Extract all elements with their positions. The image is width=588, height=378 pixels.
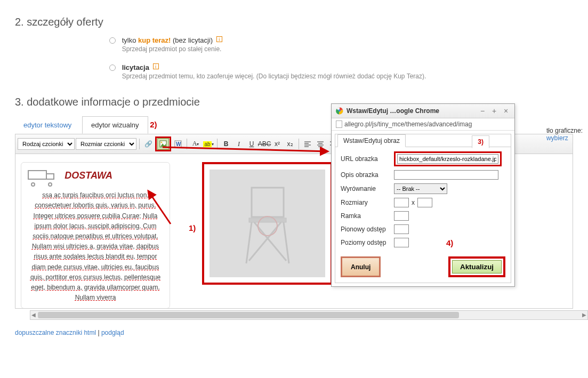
svg-line-29 — [148, 191, 171, 224]
marker-2: 2) — [150, 120, 157, 129]
hspace-input[interactable] — [394, 238, 409, 247]
allowed-tags-link[interactable]: dopuszczalne znaczniki html — [15, 329, 96, 336]
arrow-1 — [144, 187, 176, 229]
url-label: URL obrazka — [341, 155, 394, 163]
radio-auction[interactable] — [109, 65, 116, 71]
dialog-tab[interactable]: Wstaw/Edytuj obraz — [337, 134, 406, 147]
tab-text-editor[interactable]: edytor tekstowy — [15, 117, 80, 133]
link-icon[interactable]: 🔗 — [142, 138, 154, 150]
tab-visual-editor[interactable]: edytor wizualny — [82, 116, 148, 134]
svg-line-26 — [249, 222, 281, 261]
selected-image-box[interactable] — [202, 162, 333, 285]
delivery-title: DOSTAWA — [65, 168, 112, 183]
marker-1: 1) — [189, 223, 196, 232]
font-size-select[interactable]: Rozmiar czcionki — [76, 138, 136, 150]
image-desc-input[interactable] — [394, 170, 498, 180]
marker-4: 4) — [446, 238, 453, 247]
truck-icon — [28, 168, 60, 185]
option-buy-now[interactable]: tylko kup teraz! (bez licytacji) i Sprze… — [109, 36, 588, 53]
option-auction-sub: Sprzedaj przedmiot temu, kto zaoferuje w… — [122, 73, 426, 80]
address-text: allegro.pl/js/tiny_mce/themes/advanced/i… — [344, 120, 472, 128]
section-2-title: 2. szczegóły oferty — [15, 16, 588, 28]
image-url-input[interactable] — [397, 154, 498, 164]
close-icon[interactable]: × — [502, 107, 510, 115]
height-input[interactable] — [417, 198, 432, 207]
chair-image — [233, 178, 302, 269]
chrome-icon — [336, 107, 343, 115]
svg-line-23 — [246, 222, 252, 263]
horizontal-scrollbar[interactable]: ◀ ▶ — [30, 310, 588, 320]
scroll-left-icon[interactable]: ◀ — [31, 312, 36, 318]
svg-line-24 — [284, 222, 289, 263]
svg-line-25 — [254, 222, 286, 261]
option-auction[interactable]: licytacja i Sprzedaj przedmiot temu, kto… — [109, 63, 588, 80]
sidebar-bg: tło graficzne: wybierz — [546, 127, 583, 142]
svg-line-31 — [163, 147, 328, 151]
align-label: Wyrównanie — [341, 185, 394, 192]
update-button[interactable]: Aktualizuj — [452, 260, 502, 274]
minimize-icon[interactable]: − — [478, 107, 487, 115]
marker-3: 3) — [472, 135, 489, 148]
width-input[interactable] — [394, 198, 409, 207]
border-input[interactable] — [394, 211, 409, 221]
vspace-input[interactable] — [394, 224, 409, 234]
address-bar[interactable]: allegro.pl/js/tiny_mce/themes/advanced/i… — [332, 118, 514, 131]
delivery-panel: DOSTAWA ssa ac turpis faucibus orci luct… — [21, 162, 170, 309]
choose-bg-link[interactable]: wybierz — [546, 134, 568, 142]
page-icon — [336, 120, 342, 128]
option-buy-now-sub: Sprzedaj przedmiot po stałej cenie. — [122, 45, 222, 53]
option-auction-label: licytacja i — [122, 63, 159, 71]
border-label: Ramka — [341, 212, 394, 220]
window-title-bar[interactable]: Wstaw/Edytuj …oogle Chrome − + × — [332, 104, 514, 118]
image-dialog-window: Wstaw/Edytuj …oogle Chrome − + × allegro… — [331, 103, 515, 287]
info-icon[interactable]: i — [153, 63, 159, 69]
info-icon[interactable]: i — [216, 36, 222, 42]
radio-buy-now[interactable] — [109, 37, 116, 44]
dialog-panel: Wstaw/Edytuj obraz 3) URL obrazka Opis o… — [335, 134, 511, 283]
maximize-icon[interactable]: + — [490, 107, 498, 115]
window-title: Wstaw/Edytuj …oogle Chrome — [347, 107, 475, 115]
dims-label: Rozmiary — [341, 199, 394, 206]
lorem-text: ssa ac turpis faucibus orci luctus non, … — [28, 190, 163, 303]
preview-link[interactable]: podgląd — [101, 329, 124, 336]
svg-rect-21 — [252, 188, 284, 217]
align-select[interactable]: -- Brak -- — [394, 183, 447, 194]
svg-rect-22 — [249, 218, 286, 222]
option-buy-now-label: tylko kup teraz! (bez licytacji) i — [122, 36, 222, 44]
scroll-thumb[interactable] — [38, 312, 459, 318]
font-family-select[interactable]: Rodzaj czcionki — [18, 138, 75, 150]
scroll-right-icon[interactable]: ▶ — [582, 312, 586, 318]
bottom-links: dopuszczalne znaczniki html | podgląd — [15, 329, 573, 336]
hpad-label: Poziomy odstęp — [341, 239, 394, 246]
update-highlight: Aktualizuj — [448, 256, 505, 277]
desc-label: Opis obrazka — [341, 171, 394, 179]
cancel-button[interactable]: Anuluj — [341, 256, 381, 277]
url-highlight — [394, 151, 502, 166]
arrow-2 — [160, 141, 331, 159]
vpad-label: Pionowy odstęp — [341, 226, 394, 233]
